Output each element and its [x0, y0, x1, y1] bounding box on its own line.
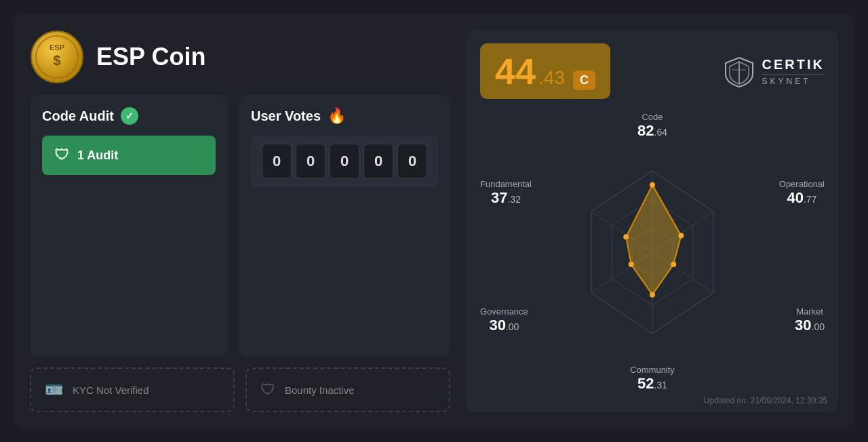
vote-digit-3: 0	[330, 144, 359, 179]
certik-sub: SKYNET	[762, 74, 825, 86]
user-votes-card: User Votes 🔥 0 0 0 0 0	[239, 95, 450, 357]
svg-text:ESP: ESP	[50, 43, 64, 52]
coin-logo: ESP $	[30, 30, 84, 84]
audit-badge[interactable]: 🛡 1 Audit	[42, 136, 216, 175]
score-decimal: .43	[538, 67, 565, 89]
score-grade: C	[573, 71, 595, 90]
left-panel: ESP $ ESP Coin Code Audit 🛡 1 Audit	[30, 30, 450, 412]
label-governance: Governance 30.00	[480, 306, 528, 334]
vote-digit-2: 0	[296, 144, 326, 179]
fire-icon: 🔥	[328, 107, 346, 125]
kyc-card: 🪪 KYC Not Verified	[30, 367, 235, 412]
certik-shield-icon	[723, 55, 755, 87]
vote-digit-1: 0	[262, 144, 292, 179]
svg-text:$: $	[53, 53, 60, 68]
right-panel: 44 .43 C CERTIK SKYNET	[467, 30, 838, 412]
coin-name: ESP Coin	[96, 43, 205, 71]
certik-text: CERTIK SKYNET	[762, 57, 825, 86]
kyc-icon: 🪪	[45, 381, 63, 399]
code-audit-card: Code Audit 🛡 1 Audit	[30, 95, 228, 357]
audit-icon: 🛡	[54, 146, 69, 164]
label-market: Market 30.00	[795, 306, 825, 334]
main-container: ESP $ ESP Coin Code Audit 🛡 1 Audit	[14, 14, 854, 428]
check-icon	[121, 107, 138, 125]
label-fundamental: Fundamental 37.32	[480, 179, 532, 207]
votes-display: 0 0 0 0 0	[251, 136, 438, 187]
user-votes-title: User Votes 🔥	[251, 107, 438, 125]
radar-container: Code 82.64 Operational 40.77 Market 30.0…	[480, 106, 825, 399]
label-operational: Operational 40.77	[779, 179, 825, 207]
score-main: 44	[495, 50, 536, 92]
cards-row: Code Audit 🛡 1 Audit User Votes 🔥 0 0 0	[30, 95, 450, 357]
bounty-icon: 🛡	[260, 381, 275, 399]
kyc-label: KYC Not Verified	[73, 384, 149, 396]
certik-name: CERTIK	[762, 57, 825, 73]
bounty-card: 🛡 Bounty Inactive	[245, 367, 450, 412]
vote-digit-5: 0	[397, 144, 427, 179]
label-community: Community 52.31	[630, 365, 675, 393]
bounty-label: Bounty Inactive	[285, 384, 355, 396]
score-box: 44 .43 C	[480, 43, 610, 99]
vote-digit-4: 0	[363, 144, 393, 179]
code-audit-title: Code Audit	[42, 107, 216, 125]
label-code: Code 82.64	[637, 112, 667, 140]
score-row: 44 .43 C CERTIK SKYNET	[480, 43, 825, 99]
updated-text: Updated on: 21/09/2024, 12:30:35	[704, 396, 827, 405]
coin-header: ESP $ ESP Coin	[30, 30, 450, 84]
certik-logo: CERTIK SKYNET	[723, 55, 825, 87]
radar-labels: Code 82.64 Operational 40.77 Market 30.0…	[480, 106, 825, 399]
bottom-row: 🪪 KYC Not Verified 🛡 Bounty Inactive	[30, 367, 450, 412]
